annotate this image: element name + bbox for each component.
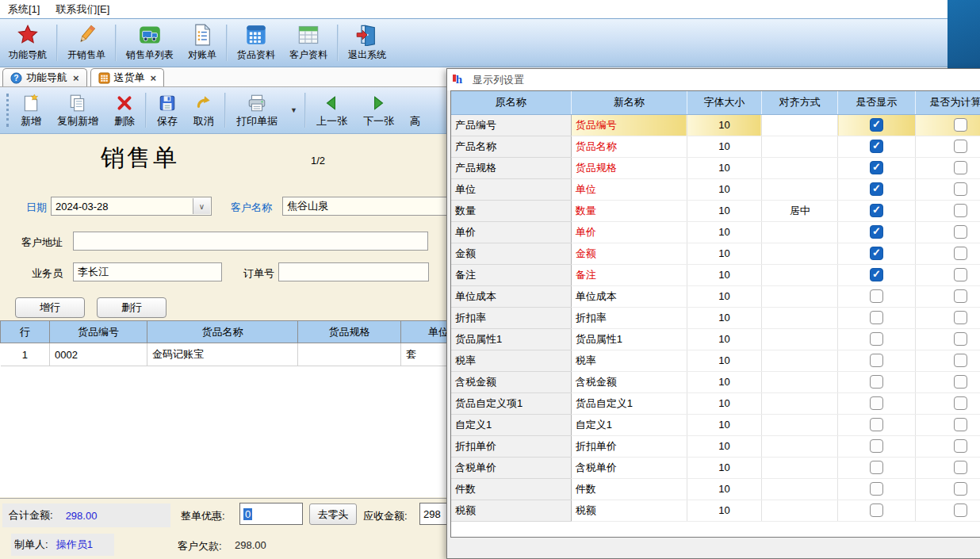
cell-align[interactable] — [762, 328, 838, 350]
dialog-row[interactable]: 折扣率折扣率10 — [451, 307, 980, 328]
visible-checkbox[interactable] — [870, 354, 883, 367]
cell-original-name[interactable]: 货品自定义项1 — [451, 392, 571, 414]
tab-nav[interactable]: ? 功能导航 × — [2, 68, 87, 86]
cell-font-size[interactable]: 10 — [687, 157, 762, 178]
dialog-row[interactable]: 含税金额含税金额10 — [451, 371, 980, 392]
cell-align[interactable] — [762, 414, 838, 435]
cell-align[interactable] — [762, 114, 838, 136]
calculated-checkbox[interactable] — [954, 396, 967, 410]
cell-line[interactable]: 1 — [1, 343, 50, 366]
cell-font-size[interactable]: 10 — [687, 457, 762, 478]
cell-original-name[interactable]: 税率 — [451, 350, 571, 371]
cell-font-size[interactable]: 10 — [687, 350, 762, 371]
calculated-checkbox[interactable] — [954, 225, 967, 239]
calculated-checkbox[interactable] — [954, 439, 967, 453]
calculated-checkbox[interactable] — [954, 140, 967, 153]
calculated-checkbox[interactable] — [954, 418, 967, 431]
cell-new-name[interactable]: 自定义1 — [571, 414, 687, 435]
cell-original-name[interactable]: 金额 — [451, 243, 571, 264]
visible-checkbox[interactable] — [870, 289, 883, 303]
cell-font-size[interactable]: 10 — [687, 178, 762, 200]
cell-original-name[interactable]: 货品属性1 — [451, 328, 571, 350]
cell-visible[interactable] — [838, 435, 916, 457]
cell-new-name[interactable]: 税率 — [571, 350, 687, 371]
add-record-button[interactable]: 新增 — [13, 89, 49, 132]
calculated-checkbox[interactable] — [954, 247, 967, 260]
cell-new-name[interactable]: 折扣率 — [571, 307, 687, 328]
cell-new-name[interactable]: 税额 — [571, 500, 687, 521]
cell-new-name[interactable]: 货品规格 — [571, 157, 687, 178]
cell-goods-spec[interactable] — [298, 343, 401, 366]
cell-visible[interactable] — [838, 221, 916, 243]
dialog-row[interactable]: 备注备注10 — [451, 264, 980, 285]
cell-original-name[interactable]: 备注 — [451, 264, 571, 285]
visible-checkbox[interactable] — [870, 396, 883, 410]
visible-checkbox[interactable] — [870, 247, 883, 260]
cell-font-size[interactable]: 10 — [687, 392, 762, 414]
close-icon[interactable]: × — [151, 72, 157, 84]
cell-original-name[interactable]: 产品名称 — [451, 136, 571, 157]
cell-align[interactable] — [762, 307, 838, 328]
dialog-row[interactable]: 货品自定义项1货品自定义110 — [451, 392, 980, 414]
cell-calculated[interactable] — [915, 435, 980, 457]
cell-visible[interactable] — [838, 285, 916, 307]
print-dropdown-caret[interactable]: ▼ — [285, 106, 302, 114]
cell-original-name[interactable]: 产品规格 — [451, 157, 571, 178]
cell-calculated[interactable] — [915, 243, 980, 264]
discount-input[interactable]: 0 — [239, 503, 303, 525]
cell-visible[interactable] — [838, 307, 916, 328]
calculated-checkbox[interactable] — [954, 482, 967, 496]
cell-font-size[interactable]: 10 — [687, 221, 762, 243]
cell-calculated[interactable] — [915, 328, 980, 350]
cell-calculated[interactable] — [915, 178, 980, 200]
cell-font-size[interactable]: 10 — [687, 264, 762, 285]
dialog-row[interactable]: 金额金额10 — [451, 243, 980, 264]
cell-new-name[interactable]: 含税单价 — [571, 457, 687, 478]
cell-visible[interactable] — [838, 157, 916, 178]
cell-original-name[interactable]: 单位 — [451, 178, 571, 200]
customer-name-input[interactable]: 焦谷山泉 — [282, 197, 473, 216]
cell-font-size[interactable]: 10 — [687, 136, 762, 157]
dialog-row[interactable]: 税额税额10 — [451, 500, 980, 521]
cell-font-size[interactable]: 10 — [687, 328, 762, 350]
cell-calculated[interactable] — [915, 350, 980, 371]
dialog-row[interactable]: 产品规格货品规格10 — [451, 157, 980, 178]
dialog-row[interactable]: 折扣单价折扣单价10 — [451, 435, 980, 457]
calculated-checkbox[interactable] — [954, 118, 967, 132]
dialog-row[interactable]: 含税单价含税单价10 — [451, 457, 980, 478]
visible-checkbox[interactable] — [870, 439, 883, 453]
cell-new-name[interactable]: 单位 — [571, 178, 687, 200]
cell-visible[interactable] — [838, 350, 916, 371]
round-off-button[interactable]: 去零头 — [309, 503, 357, 525]
cell-visible[interactable] — [838, 178, 916, 200]
cell-calculated[interactable] — [915, 478, 980, 500]
chevron-down-icon[interactable]: ∨ — [193, 198, 210, 214]
cell-font-size[interactable]: 10 — [687, 478, 762, 500]
exit-button[interactable]: 退出系统 — [341, 21, 393, 65]
calculated-checkbox[interactable] — [954, 375, 967, 389]
visible-checkbox[interactable] — [870, 118, 883, 132]
dialog-row[interactable]: 单位成本单位成本10 — [451, 285, 980, 307]
date-input[interactable]: 2024-03-28 ∨ — [51, 197, 212, 216]
cancel-button[interactable]: 取消 — [186, 89, 222, 132]
calculated-checkbox[interactable] — [954, 332, 967, 346]
visible-checkbox[interactable] — [870, 461, 883, 474]
cell-font-size[interactable]: 10 — [687, 435, 762, 457]
cell-calculated[interactable] — [915, 500, 980, 521]
cell-font-size[interactable]: 10 — [687, 307, 762, 328]
visible-checkbox[interactable] — [870, 161, 883, 174]
cell-new-name[interactable]: 金额 — [571, 243, 687, 264]
cell-original-name[interactable]: 税额 — [451, 500, 571, 521]
visible-checkbox[interactable] — [870, 225, 883, 239]
cell-calculated[interactable] — [915, 136, 980, 157]
cell-visible[interactable] — [838, 414, 916, 435]
cell-align[interactable] — [762, 136, 838, 157]
cell-calculated[interactable] — [915, 371, 980, 392]
cell-align[interactable] — [762, 350, 838, 371]
sale-list-button[interactable]: 销售单列表 — [119, 21, 181, 65]
cell-visible[interactable] — [838, 136, 916, 157]
cell-align[interactable] — [762, 178, 838, 200]
cell-align[interactable]: 居中 — [762, 200, 838, 221]
delete-row-button[interactable]: 删行 — [97, 297, 167, 318]
cell-new-name[interactable]: 货品编号 — [571, 114, 687, 136]
